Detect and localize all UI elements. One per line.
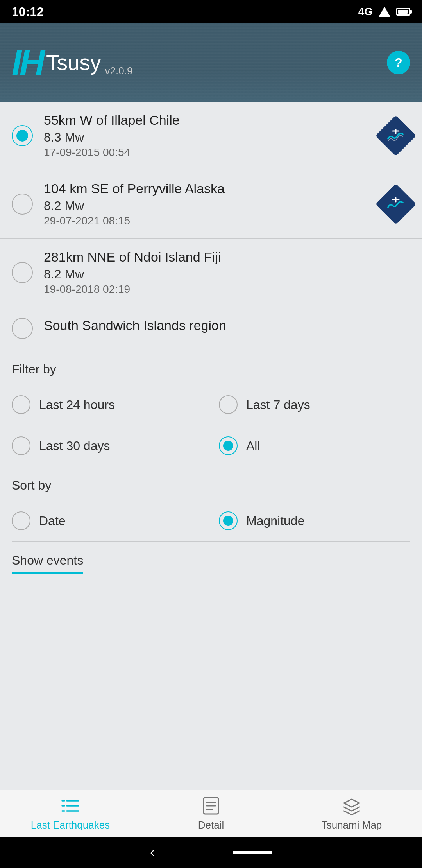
- filter-option-last24h[interactable]: Last 24 hours: [12, 384, 211, 425]
- detail-icon: [201, 796, 221, 816]
- tsunami-wave-svg-1: [387, 129, 404, 143]
- sort-option-date[interactable]: Date: [12, 500, 211, 542]
- filter-radio-last24h[interactable]: [12, 395, 30, 414]
- filter-option-all[interactable]: All: [211, 425, 410, 466]
- tsunami-icon-2: [381, 190, 410, 219]
- tsunami-icon-1: [381, 121, 410, 150]
- sort-radio-date[interactable]: [12, 511, 30, 530]
- nav-item-tsunami-map[interactable]: Tsunami Map: [281, 792, 422, 835]
- signal-icon: [379, 7, 390, 17]
- earthquake-item-2[interactable]: 104 km SE of Perryville Alaska 8.2 Mw 29…: [0, 170, 422, 239]
- filter-radio-all[interactable]: [219, 436, 238, 455]
- nav-item-detail[interactable]: Detail: [141, 792, 281, 835]
- nav-item-last-earthquakes[interactable]: Last Earthquakes: [0, 792, 141, 835]
- filter-label-all: All: [246, 439, 260, 453]
- sort-radio-magnitude[interactable]: [219, 511, 238, 530]
- eq-select-radio-3[interactable]: [12, 262, 33, 283]
- eq-location-3: 281km NNE of Ndoi Island Fiji: [44, 249, 410, 265]
- filter-section-label: Filter by: [0, 350, 422, 384]
- eq-date-3: 19-08-2018 02:19: [44, 283, 410, 296]
- earthquake-item-1[interactable]: 55km W of Illapel Chile 8.3 Mw 17-09-201…: [0, 102, 422, 170]
- filter-radio-last30d[interactable]: [12, 436, 30, 455]
- app-header: IH Tsusy v2.0.9 ?: [0, 23, 422, 102]
- svg-marker-0: [379, 7, 390, 17]
- eq-date-2: 29-07-2021 08:15: [44, 215, 374, 227]
- battery-icon: [396, 8, 410, 16]
- eq-select-radio-2[interactable]: [12, 194, 33, 215]
- eq-magnitude-3: 8.2 Mw: [44, 267, 410, 282]
- eq-location-4: South Sandwich Islands region: [44, 318, 410, 333]
- filter-label-last24h: Last 24 hours: [39, 398, 115, 412]
- back-button[interactable]: ‹: [150, 844, 155, 861]
- sort-option-magnitude[interactable]: Magnitude: [211, 500, 410, 542]
- show-events-bar: Show events: [0, 542, 422, 574]
- sort-grid: Date Magnitude: [0, 500, 422, 542]
- home-button[interactable]: [233, 851, 272, 854]
- filter-option-last7d[interactable]: Last 7 days: [211, 384, 410, 425]
- logo-ih: IH: [12, 45, 43, 80]
- earthquake-item-4[interactable]: South Sandwich Islands region: [0, 307, 422, 350]
- sort-label-magnitude: Magnitude: [246, 514, 304, 528]
- filter-grid: Last 24 hours Last 7 days Last 30 days A…: [0, 384, 422, 466]
- eq-select-radio-4[interactable]: [12, 318, 33, 339]
- status-indicators: 4G: [358, 5, 410, 18]
- tsunami-wave-svg-2: [387, 197, 404, 211]
- earthquake-item-3[interactable]: 281km NNE of Ndoi Island Fiji 8.2 Mw 19-…: [0, 239, 422, 307]
- nav-label-tsunami-map: Tsunami Map: [322, 819, 382, 831]
- eq-location-2: 104 km SE of Perryville Alaska: [44, 181, 374, 196]
- eq-info-1: 55km W of Illapel Chile 8.3 Mw 17-09-201…: [44, 113, 374, 159]
- eq-location-1: 55km W of Illapel Chile: [44, 113, 374, 128]
- filter-option-last30d[interactable]: Last 30 days: [12, 425, 211, 466]
- time-display: 10:12: [12, 5, 44, 19]
- bottom-navigation: Last Earthquakes Detail Tsunami Map: [0, 790, 422, 837]
- nav-label-detail: Detail: [198, 819, 224, 831]
- eq-info-3: 281km NNE of Ndoi Island Fiji 8.2 Mw 19-…: [44, 249, 410, 296]
- layers-icon: [342, 796, 362, 816]
- eq-info-4: South Sandwich Islands region: [44, 318, 410, 335]
- eq-info-2: 104 km SE of Perryville Alaska 8.2 Mw 29…: [44, 181, 374, 227]
- eq-select-radio-1[interactable]: [12, 125, 33, 146]
- filter-label-last7d: Last 7 days: [246, 398, 310, 412]
- help-button[interactable]: ?: [387, 51, 410, 74]
- show-events-tab[interactable]: Show events: [12, 553, 83, 574]
- logo-tsusy: Tsusy: [46, 50, 101, 75]
- system-nav-bar: ‹: [0, 837, 422, 868]
- network-indicator: 4G: [358, 5, 373, 18]
- main-content: 55km W of Illapel Chile 8.3 Mw 17-09-201…: [0, 102, 422, 790]
- sort-label-date: Date: [39, 514, 66, 528]
- status-bar: 10:12 4G: [0, 0, 422, 23]
- sort-section-label: Sort by: [0, 466, 422, 500]
- list-icon: [60, 796, 80, 816]
- eq-magnitude-1: 8.3 Mw: [44, 130, 374, 145]
- app-version: v2.0.9: [105, 65, 133, 80]
- eq-date-1: 17-09-2015 00:54: [44, 146, 374, 159]
- app-logo: IH Tsusy v2.0.9: [12, 45, 132, 80]
- filter-label-last30d: Last 30 days: [39, 439, 110, 453]
- nav-label-last-earthquakes: Last Earthquakes: [31, 819, 110, 831]
- filter-radio-last7d[interactable]: [219, 395, 238, 414]
- eq-magnitude-2: 8.2 Mw: [44, 199, 374, 213]
